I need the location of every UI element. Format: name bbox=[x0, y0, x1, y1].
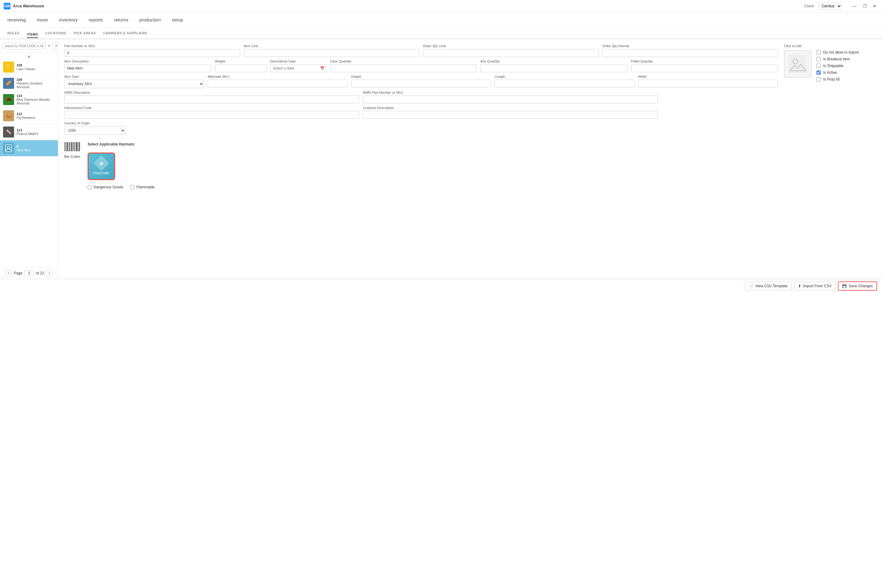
new-icon: + bbox=[55, 44, 57, 48]
is-active-checkbox[interactable] bbox=[816, 70, 821, 75]
nav-production[interactable]: production bbox=[140, 16, 161, 24]
item-cost-label: Item Cost bbox=[244, 44, 420, 48]
svg-rect-15 bbox=[67, 142, 68, 151]
tab-locations[interactable]: LOCATIONS bbox=[45, 30, 66, 36]
item-info: 109 Planters Smoked Almonds bbox=[16, 78, 55, 89]
item-image[interactable] bbox=[784, 50, 812, 78]
client-select[interactable]: Cerritus bbox=[818, 3, 842, 9]
is-active-row: Is Active bbox=[816, 70, 876, 75]
next-page-button[interactable]: › bbox=[46, 270, 52, 276]
harmonized-code-input[interactable] bbox=[64, 111, 359, 119]
weight-label: Weight bbox=[215, 59, 266, 63]
maximize-button[interactable]: ❐ bbox=[861, 3, 868, 9]
pallet-quantity-input[interactable] bbox=[631, 64, 778, 72]
customs-description-input[interactable] bbox=[363, 111, 658, 119]
form-row-5: Harmonized Code Customs Description bbox=[64, 106, 778, 119]
dangerous-goods-item: Dangerous Goods bbox=[88, 185, 123, 189]
part-number-input[interactable] bbox=[64, 49, 240, 57]
harmonized-code-label: Harmonized Code bbox=[64, 106, 359, 110]
minimize-button[interactable]: — bbox=[850, 3, 858, 9]
height-input[interactable] bbox=[351, 80, 491, 88]
list-item[interactable]: 🥜 109 Planters Smoked Almonds bbox=[0, 75, 58, 92]
dangerous-goods-checkbox[interactable] bbox=[88, 185, 92, 189]
item-type-select[interactable]: Inventory SKU bbox=[64, 80, 204, 88]
search-input[interactable] bbox=[3, 43, 46, 49]
list-item[interactable]: 🍪 112 Fig Newtons bbox=[0, 108, 58, 124]
nav-move[interactable]: move bbox=[37, 16, 48, 24]
close-button[interactable]: ✕ bbox=[871, 3, 878, 9]
save-changes-button[interactable]: 💾 Save Changes bbox=[838, 282, 877, 291]
list-item[interactable]: 🍬 113 Peanut M&M's bbox=[0, 124, 58, 140]
width-input[interactable] bbox=[638, 80, 778, 88]
form-group-discontinue-date: Discontinue Date 📅 bbox=[270, 59, 327, 72]
total-pages-label: of 22 bbox=[36, 271, 44, 275]
do-not-allow-import-checkbox[interactable] bbox=[816, 50, 821, 54]
discontinue-date-input[interactable] bbox=[270, 64, 327, 72]
svg-text:🍪: 🍪 bbox=[6, 113, 12, 118]
form-group-item-description: Item Description bbox=[64, 59, 212, 72]
list-item[interactable]: 🟡 108 Lays Classic bbox=[0, 59, 58, 75]
case-quantity-input[interactable] bbox=[330, 64, 477, 72]
box-quantity-input[interactable] bbox=[480, 64, 627, 72]
new-item-button[interactable]: + New bbox=[52, 42, 58, 50]
view-csv-template-button[interactable]: 📄 View CSV Template bbox=[745, 282, 792, 290]
nav-inventory[interactable]: inventory bbox=[59, 16, 78, 24]
item-info: 113 Peanut M&M's bbox=[16, 128, 55, 136]
hazmat-inner: ◆ bbox=[99, 161, 103, 166]
flammable-checkbox[interactable] bbox=[130, 185, 135, 189]
order-qty-interval-input[interactable] bbox=[602, 49, 778, 57]
select-hazmats-label: Select Applicable Hazmats: bbox=[88, 142, 154, 146]
item-info: 112 Fig Newtons bbox=[16, 112, 55, 119]
tab-rules[interactable]: RULES bbox=[8, 30, 20, 36]
import-from-csv-button[interactable]: ⬆ Import From CSV bbox=[794, 282, 836, 290]
form-row-4: WMS Description WMS Part Number or SKU bbox=[64, 91, 778, 104]
alternate-sku-input[interactable] bbox=[208, 80, 347, 88]
page-number-input[interactable] bbox=[24, 270, 34, 276]
app-icon: AW bbox=[4, 3, 10, 9]
form-group-height: Height bbox=[351, 75, 491, 88]
length-input[interactable] bbox=[495, 80, 634, 88]
is-prop-65-row: Is Prop 65 bbox=[816, 77, 876, 81]
is-shippable-checkbox[interactable] bbox=[816, 64, 821, 68]
form-group-order-qty-limit: Order Qty Limit bbox=[423, 44, 599, 57]
nav-setup[interactable]: setup bbox=[172, 16, 183, 24]
wms-part-number-input[interactable] bbox=[363, 96, 658, 104]
tab-pick-areas[interactable]: PICK AREAS bbox=[74, 30, 96, 36]
search-clear-button[interactable]: ✕ bbox=[48, 44, 51, 48]
sub-tabs: RULES ITEMS LOCATIONS PICK AREAS CARRIER… bbox=[0, 28, 882, 39]
prev-page-button[interactable]: ‹ bbox=[5, 270, 12, 276]
list-item-new[interactable]: 0 New Item bbox=[0, 140, 58, 156]
item-code: 110 bbox=[16, 94, 55, 98]
item-name: New Item bbox=[16, 148, 55, 152]
item-description-input[interactable] bbox=[64, 64, 212, 72]
form-group-case-qty: Case Quantity bbox=[330, 59, 477, 72]
nav-reports[interactable]: reports bbox=[89, 16, 103, 24]
form-row-2: Item Description Weight Discontinue Date… bbox=[64, 59, 778, 72]
form-group-customs-description: Customs Description bbox=[363, 106, 658, 119]
tab-carriers-suppliers[interactable]: CARRIERS & SUPPLIERS bbox=[103, 30, 147, 36]
hazmats-button[interactable]: ◆ Hazmats bbox=[88, 153, 115, 180]
main-layout: ✕ + New ▲ 🟡 108 Lays Classic bbox=[0, 39, 882, 279]
is-breakout-item-checkbox[interactable] bbox=[816, 57, 821, 61]
wms-description-input[interactable] bbox=[64, 96, 359, 104]
item-cost-input[interactable] bbox=[244, 49, 420, 57]
country-of-origin-select[interactable]: USA bbox=[64, 126, 126, 135]
app-title: Arca Warehouse bbox=[13, 4, 44, 8]
form-group-item-type: Item Type Inventory SKU bbox=[64, 75, 204, 88]
scroll-up-button[interactable]: ▲ bbox=[27, 54, 31, 58]
is-prop-65-checkbox[interactable] bbox=[816, 77, 821, 81]
weight-input[interactable] bbox=[215, 64, 266, 72]
tab-items[interactable]: ITEMS bbox=[27, 31, 38, 38]
order-qty-limit-input[interactable] bbox=[423, 49, 599, 57]
nav-receiving[interactable]: receiving bbox=[8, 16, 26, 24]
item-description-label: Item Description bbox=[64, 59, 212, 63]
item-name: Fig Newtons bbox=[16, 116, 55, 119]
item-code: 108 bbox=[16, 63, 55, 67]
item-thumbnail: 🥜 bbox=[3, 78, 14, 89]
list-item[interactable]: 🌰 110 Blue Diamond Wasabi Almonds bbox=[0, 92, 58, 108]
nav-returns[interactable]: returns bbox=[114, 16, 128, 24]
do-not-allow-import-label: Do not allow to import bbox=[823, 50, 859, 54]
image-and-checkboxes: Do not allow to import Is Breakout Item … bbox=[784, 50, 876, 84]
view-csv-label: View CSV Template bbox=[755, 284, 788, 288]
customs-description-label: Customs Description bbox=[363, 106, 658, 110]
